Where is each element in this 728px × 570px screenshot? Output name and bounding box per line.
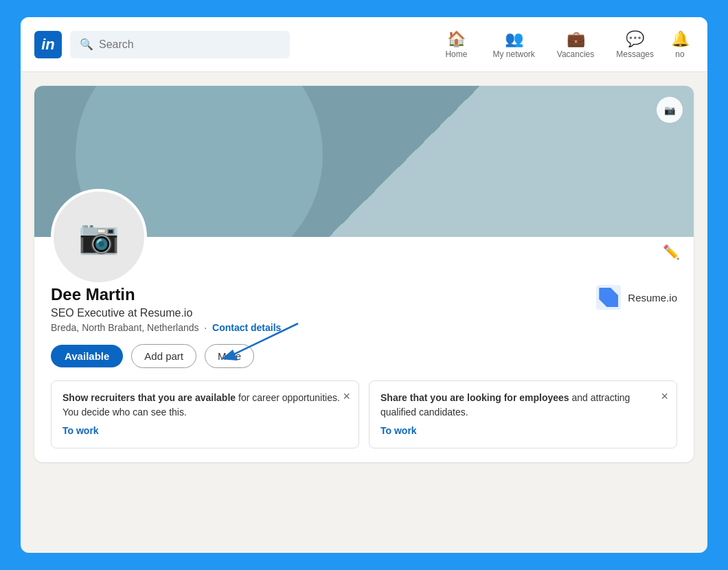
linkedin-logo[interactable]: in: [34, 31, 62, 58]
notif-2-bold: Share that you are looking for employees: [380, 392, 569, 403]
company-name: Resume.io: [628, 292, 677, 304]
svg-marker-1: [221, 350, 238, 361]
home-icon: 🏠: [447, 30, 466, 48]
arrow-annotation: [188, 317, 312, 367]
profile-name: Dee Martin: [51, 285, 281, 304]
camera-small-icon: 📷: [664, 105, 676, 115]
company-logo-icon: [599, 288, 618, 307]
notif-1-bold: Show recruiters that you are available: [62, 392, 236, 403]
nav-vacancies-label: Vacancies: [557, 49, 594, 59]
notif-1-link[interactable]: To work: [62, 424, 348, 438]
app-window: in 🔍 🏠 Home 👥 My network 💼 Vacancies 💬 M…: [21, 17, 707, 553]
navbar: in 🔍 🏠 Home 👥 My network 💼 Vacancies 💬 M…: [21, 17, 707, 72]
network-icon: 👥: [505, 30, 523, 48]
notif-1-text: Show recruiters that you are available f…: [62, 392, 340, 418]
pencil-icon: ✏️: [663, 244, 680, 260]
notif-close-1[interactable]: ×: [343, 389, 350, 404]
avatar-camera-icon: 📷: [78, 218, 120, 256]
location-text: Breda, North Brabant, Netherlands: [51, 322, 199, 333]
search-icon: 🔍: [80, 38, 93, 51]
search-input[interactable]: [99, 38, 280, 51]
profile-right: Resume.io: [596, 285, 677, 310]
profile-card: 📷 📷 ✏️ Dee Martin SEO Executive at Resum…: [34, 86, 694, 462]
nav-home-label: Home: [445, 49, 467, 59]
nav-network-label: My network: [492, 49, 534, 59]
nav-item-network[interactable]: 👥 My network: [483, 30, 544, 59]
vacancies-icon: 💼: [567, 30, 585, 48]
notif-card-employees: × Share that you are looking for employe…: [369, 380, 677, 448]
nav-item-messages[interactable]: 💬 Messages: [606, 30, 663, 59]
profile-top-row: Dee Martin SEO Executive at Resume.io Br…: [51, 285, 677, 333]
nav-item-vacancies[interactable]: 💼 Vacancies: [547, 30, 604, 59]
available-button[interactable]: Available: [51, 345, 123, 367]
company-logo: [596, 285, 621, 310]
add-part-button[interactable]: Add part: [131, 344, 196, 368]
notif-2-text: Share that you are looking for employees…: [380, 392, 630, 418]
nav-notif-label: no: [675, 49, 684, 59]
avatar[interactable]: 📷: [51, 189, 147, 285]
notif-2-link[interactable]: To work: [380, 424, 666, 438]
notif-close-2[interactable]: ×: [661, 389, 668, 404]
svg-line-0: [229, 323, 298, 356]
nav-item-notifications[interactable]: 🔔 no: [666, 30, 694, 59]
profile-info: Dee Martin SEO Executive at Resume.io Br…: [34, 278, 694, 462]
notif-card-available: × Show recruiters that you are available…: [51, 380, 359, 448]
avatar-section: 📷 ✏️: [34, 237, 694, 278]
action-buttons: Available Add part More: [51, 344, 677, 368]
messages-icon: 💬: [626, 30, 644, 48]
search-bar[interactable]: 🔍: [70, 31, 290, 58]
main-content: 📷 📷 ✏️ Dee Martin SEO Executive at Resum…: [21, 72, 707, 553]
edit-cover-button[interactable]: 📷: [657, 97, 683, 123]
edit-profile-button[interactable]: ✏️: [663, 244, 680, 260]
nav-item-home[interactable]: 🏠 Home: [432, 30, 480, 59]
notifications-icon: 🔔: [671, 30, 690, 48]
notification-cards: × Show recruiters that you are available…: [51, 380, 677, 448]
nav-messages-label: Messages: [616, 49, 654, 59]
nav-items: 🏠 Home 👥 My network 💼 Vacancies 💬 Messag…: [432, 30, 694, 59]
